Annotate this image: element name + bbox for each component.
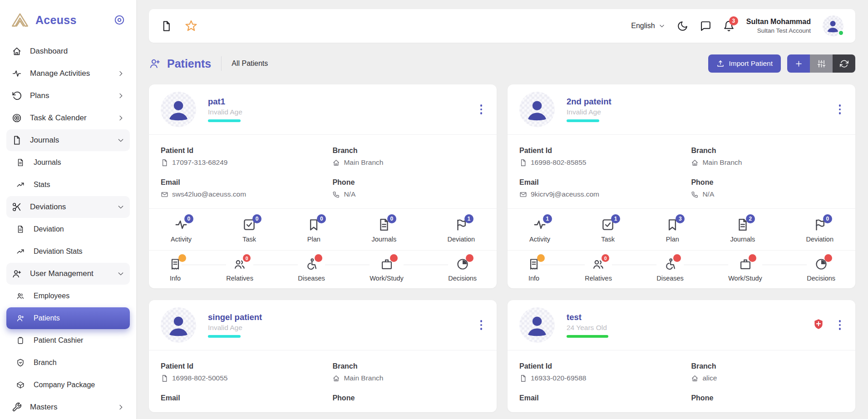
count-dot: 0 bbox=[243, 254, 251, 262]
card-menu-button[interactable] bbox=[836, 103, 844, 116]
patient-avatar bbox=[519, 307, 555, 343]
sidebar-item-deviation-stats[interactable]: Deviation Stats bbox=[6, 241, 130, 262]
sidebar-item-deviations-group[interactable]: Deviations bbox=[6, 196, 130, 218]
status-dot bbox=[824, 254, 832, 262]
sidebar-item-label: User Management bbox=[30, 269, 94, 278]
sidebar-item-deviation[interactable]: Deviation bbox=[6, 218, 130, 240]
stat-task[interactable]: 1 Task bbox=[601, 218, 615, 243]
stat-deviation[interactable]: 0 Deviation bbox=[806, 218, 833, 243]
count-badge: 0 bbox=[184, 214, 193, 223]
field-label: Patient Id bbox=[161, 147, 332, 155]
step-info[interactable]: Info bbox=[169, 258, 182, 282]
step-relatives[interactable]: 0 Relatives bbox=[226, 258, 253, 282]
step-decisions[interactable]: Decisions bbox=[807, 258, 835, 282]
patient-id-value: 17097-313-68249 bbox=[172, 158, 227, 167]
filter-sliders-icon bbox=[817, 59, 826, 68]
add-patient-button[interactable] bbox=[787, 54, 810, 73]
connector-line bbox=[182, 265, 226, 265]
step-relatives[interactable]: 0 Relatives bbox=[585, 258, 612, 282]
count-badge: 0 bbox=[317, 214, 326, 223]
card-menu-button[interactable] bbox=[478, 318, 485, 332]
stat-plan[interactable]: 3 Plan bbox=[666, 218, 679, 243]
pie-icon bbox=[815, 258, 828, 271]
step-work-study[interactable]: Work/Study bbox=[370, 258, 404, 282]
connector-line bbox=[325, 265, 370, 265]
card-menu-button[interactable] bbox=[478, 103, 485, 116]
user-info[interactable]: Sultan Mohammad Sultan Test Account bbox=[746, 17, 811, 35]
sidebar-item-label: Masters bbox=[30, 403, 57, 412]
favorite-star-icon[interactable] bbox=[185, 20, 197, 32]
step-diseases[interactable]: Diseases bbox=[298, 258, 325, 282]
patient-card: singel patient Invalid Age Patient Id 16… bbox=[149, 300, 497, 412]
sidebar-item-branch[interactable]: Branch bbox=[6, 352, 130, 374]
sidebar-item-user-management-group[interactable]: User Management bbox=[6, 263, 130, 285]
field-patient-id: Patient Id 16998-802-50055 bbox=[161, 362, 332, 382]
field-label: Patient Id bbox=[519, 147, 691, 155]
card-header: singel patient Invalid Age bbox=[149, 300, 497, 350]
user-avatar[interactable] bbox=[823, 15, 843, 36]
stat-deviation[interactable]: 1 Deviation bbox=[448, 218, 475, 243]
step-diseases[interactable]: Diseases bbox=[656, 258, 684, 282]
patient-age: Invalid Age bbox=[208, 108, 242, 116]
shield-alert-icon[interactable] bbox=[813, 318, 824, 332]
sidebar-item-label: Deviation Stats bbox=[34, 247, 83, 256]
filter-button[interactable] bbox=[810, 54, 833, 73]
file-icon bbox=[161, 375, 168, 382]
step-info[interactable]: Info bbox=[528, 258, 540, 282]
app-root: Aceuss Dashboard Manage Activities Plans… bbox=[0, 0, 868, 419]
patient-name[interactable]: test bbox=[567, 312, 608, 322]
patients-user-plus-icon bbox=[149, 58, 161, 69]
stat-journals[interactable]: 2 Journals bbox=[730, 218, 755, 243]
import-patient-button[interactable]: Import Patient bbox=[708, 54, 781, 73]
stat-activity[interactable]: 1 Activity bbox=[529, 218, 550, 243]
sidebar-item-manage-activities[interactable]: Manage Activities bbox=[6, 63, 130, 84]
sidebar-item-plans[interactable]: Plans bbox=[6, 85, 130, 107]
online-status-dot bbox=[838, 30, 844, 36]
connector-line bbox=[253, 265, 298, 265]
tab-all-patients[interactable]: All Patients bbox=[232, 59, 268, 68]
patient-name[interactable]: singel patient bbox=[208, 312, 262, 322]
stat-activity[interactable]: 0 Activity bbox=[171, 218, 192, 243]
refresh-button[interactable] bbox=[833, 54, 855, 73]
field-patient-id: Patient Id 16998-802-85855 bbox=[519, 147, 691, 167]
language-selector[interactable]: English bbox=[631, 22, 665, 30]
stat-plan[interactable]: 0 Plan bbox=[307, 218, 321, 243]
main-content: English 3 Sultan Mohammad Sultan Test Ac… bbox=[136, 0, 868, 419]
sidebar-item-dashboard[interactable]: Dashboard bbox=[6, 40, 130, 62]
field-branch: Branch Main Branch bbox=[332, 362, 485, 382]
document-icon[interactable] bbox=[161, 20, 172, 32]
count-badge: 1 bbox=[464, 214, 473, 223]
card-menu-button[interactable] bbox=[836, 318, 844, 332]
notifications-bell-icon[interactable]: 3 bbox=[723, 20, 735, 32]
sidebar-item-label: Patients bbox=[34, 314, 60, 322]
field-label: Email bbox=[519, 178, 691, 187]
patient-name[interactable]: pat1 bbox=[208, 97, 242, 107]
sidebar-item-patients[interactable]: Patients bbox=[6, 307, 130, 329]
sidebar-item-stats[interactable]: Stats bbox=[6, 174, 130, 196]
sidebar-item-masters[interactable]: Masters bbox=[6, 396, 130, 418]
sidebar-item-company-package[interactable]: Company Package bbox=[6, 374, 130, 396]
sidebar-item-patient-cashier[interactable]: Patient Cashier bbox=[6, 330, 130, 351]
chat-icon[interactable] bbox=[700, 20, 711, 32]
step-work-study[interactable]: Work/Study bbox=[728, 258, 762, 282]
sidebar-item-employees[interactable]: Employees bbox=[6, 285, 130, 307]
activity-icon: 0 bbox=[174, 218, 188, 232]
clipboard-icon bbox=[16, 336, 25, 345]
field-label: Phone bbox=[691, 178, 843, 187]
user-plus-icon bbox=[16, 314, 25, 322]
sidebar-toggle-icon[interactable] bbox=[113, 14, 125, 26]
file-icon bbox=[12, 135, 22, 145]
stat-journals[interactable]: 0 Journals bbox=[372, 218, 397, 243]
stat-task[interactable]: 0 Task bbox=[242, 218, 256, 243]
patient-name[interactable]: 2nd pateint bbox=[567, 97, 612, 107]
flag-icon: 1 bbox=[454, 218, 468, 232]
brand-name: Aceuss bbox=[35, 14, 113, 27]
dark-mode-moon-icon[interactable] bbox=[677, 20, 688, 32]
receipt-icon bbox=[528, 258, 540, 271]
step-decisions[interactable]: Decisions bbox=[448, 258, 477, 282]
sidebar-item-journals[interactable]: Journals bbox=[6, 152, 130, 173]
status-dot bbox=[178, 254, 186, 262]
patient-id-value: 16998-802-50055 bbox=[172, 374, 227, 382]
sidebar-item-task-calendar[interactable]: Task & Calender bbox=[6, 107, 130, 129]
sidebar-item-journals-group[interactable]: Journals bbox=[6, 129, 130, 151]
